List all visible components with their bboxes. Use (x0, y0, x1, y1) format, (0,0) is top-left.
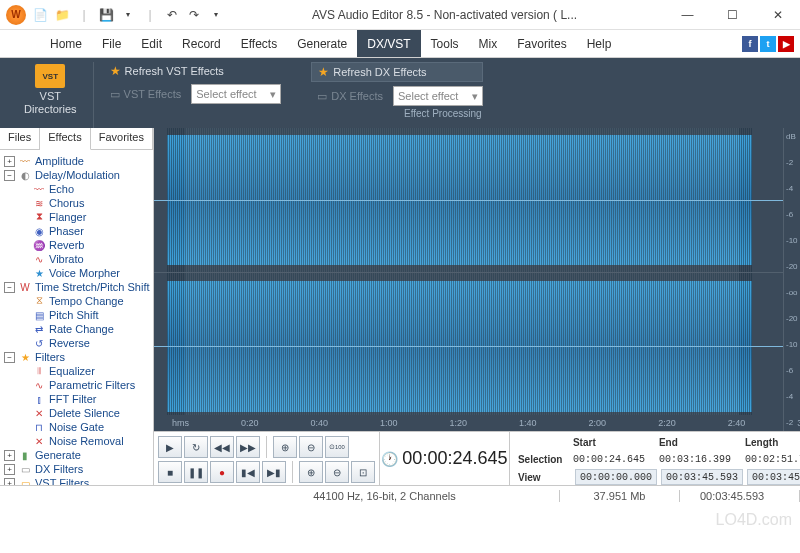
undo-icon[interactable]: ↶ (164, 7, 180, 23)
go-start-button[interactable]: ▮◀ (236, 461, 260, 483)
waveform-selection (185, 273, 739, 418)
refresh-dx-button[interactable]: ★Refresh DX Effects (311, 62, 483, 82)
expand-icon[interactable]: − (4, 282, 15, 293)
panel-tab-effects[interactable]: Effects (40, 128, 90, 150)
tree-item-vibrato[interactable]: ∿Vibrato (2, 252, 151, 266)
redo-icon[interactable]: ↷ (186, 7, 202, 23)
stop-button[interactable]: ■ (158, 461, 182, 483)
expand-icon[interactable]: − (4, 170, 15, 181)
expand-icon[interactable]: + (4, 478, 15, 486)
zoom-selection-button[interactable]: ⊡ (351, 461, 375, 483)
dx-effects-button[interactable]: ▭DX Effects (311, 88, 389, 105)
pause-button[interactable]: ❚❚ (184, 461, 208, 483)
panel-tab-favorites[interactable]: Favorites (91, 128, 153, 149)
zoom-in-v-button[interactable]: ⊕ (299, 461, 323, 483)
minimize-button[interactable]: — (665, 0, 710, 30)
tree-item-dx-filters[interactable]: +▭DX Filters (2, 462, 151, 476)
tree-item-phaser[interactable]: ◉Phaser (2, 224, 151, 238)
ribbon: VST VST Directories ★Refresh VST Effects… (0, 58, 800, 128)
expand-icon[interactable]: + (4, 464, 15, 475)
waveform-canvas[interactable]: hms0:200:401:001:201:402:002:202:403:003… (154, 128, 783, 431)
menu-record[interactable]: Record (172, 30, 231, 57)
zoom-in-button[interactable]: ⊕ (273, 436, 297, 458)
menu-generate[interactable]: Generate (287, 30, 357, 57)
tree-item-time-stretch-pitch-shift[interactable]: −WTime Stretch/Pitch Shift (2, 280, 151, 294)
zoom-out-button[interactable]: ⊖ (299, 436, 323, 458)
tree-item-generate[interactable]: +▮Generate (2, 448, 151, 462)
loop-button[interactable]: ↻ (184, 436, 208, 458)
facebook-icon[interactable]: f (742, 36, 758, 52)
tree-item-noise-removal[interactable]: ✕Noise Removal (2, 434, 151, 448)
tree-item-icon: ↺ (32, 337, 46, 349)
waveform-channel-right (154, 273, 783, 418)
tree-item-noise-gate[interactable]: ⊓Noise Gate (2, 420, 151, 434)
save-icon[interactable]: 💾 (98, 7, 114, 23)
qat-sep: | (76, 7, 92, 23)
menu-file[interactable]: File (92, 30, 131, 57)
time-tick: 0:20 (241, 418, 259, 428)
tree-item-pitch-shift[interactable]: ▤Pitch Shift (2, 308, 151, 322)
menu-dxvst[interactable]: DX/VST (357, 30, 420, 57)
maximize-button[interactable]: ☐ (710, 0, 755, 30)
tree-item-flanger[interactable]: ⧗Flanger (2, 210, 151, 224)
panel-tab-files[interactable]: Files (0, 128, 40, 149)
dx-effect-select[interactable]: Select effect▾ (393, 86, 483, 106)
db-tick: -10 (786, 340, 800, 349)
tree-item-icon: ✕ (32, 407, 46, 419)
fast-forward-button[interactable]: ▶▶ (236, 436, 260, 458)
menu-tools[interactable]: Tools (421, 30, 469, 57)
tree-item-voice-morpher[interactable]: ★Voice Morpher (2, 266, 151, 280)
tree-item-vst-filters[interactable]: +▭VST Filters (2, 476, 151, 485)
status-format: 44100 Hz, 16-bit, 2 Channels (210, 490, 560, 502)
tree-item-equalizer[interactable]: ⫴Equalizer (2, 364, 151, 378)
zoom-out-v-button[interactable]: ⊖ (325, 461, 349, 483)
record-button[interactable]: ● (210, 461, 234, 483)
tree-item-label: Amplitude (35, 155, 84, 167)
refresh-vst-button[interactable]: ★Refresh VST Effects (104, 62, 282, 80)
menu-favorites[interactable]: Favorites (507, 30, 576, 57)
vst-effect-select[interactable]: Select effect▾ (191, 84, 281, 104)
zoom-full-button[interactable]: ⊙100 (325, 436, 349, 458)
sel-value[interactable]: 00:03:45.593 (661, 469, 743, 485)
tree-item-chorus[interactable]: ≋Chorus (2, 196, 151, 210)
tree-item-echo[interactable]: 〰Echo (2, 182, 151, 196)
tree-item-reverb[interactable]: ♒Reverb (2, 238, 151, 252)
twitter-icon[interactable]: t (760, 36, 776, 52)
tree-item-reverse[interactable]: ↺Reverse (2, 336, 151, 350)
youtube-icon[interactable]: ▶ (778, 36, 794, 52)
sel-value[interactable]: 00:03:45.593 (747, 469, 800, 485)
close-button[interactable]: ✕ (755, 0, 800, 30)
play-button[interactable]: ▶ (158, 436, 182, 458)
tree-item-tempo-change[interactable]: ⧖Tempo Change (2, 294, 151, 308)
save-dropdown-icon[interactable]: ▾ (120, 7, 136, 23)
vst-directories-button[interactable]: VST VST Directories (18, 62, 83, 118)
tree-item-delete-silence[interactable]: ✕Delete Silence (2, 406, 151, 420)
go-end-button[interactable]: ▶▮ (262, 461, 286, 483)
tree-item-label: Reverb (49, 239, 84, 251)
menu-mix[interactable]: Mix (469, 30, 508, 57)
left-panel: FilesEffectsFavorites +〰Amplitude−◐Delay… (0, 128, 154, 485)
menu-effects[interactable]: Effects (231, 30, 287, 57)
rewind-button[interactable]: ◀◀ (210, 436, 234, 458)
expand-icon[interactable]: − (4, 352, 15, 363)
time-axis: hms0:200:401:001:201:402:002:202:403:003… (154, 415, 783, 431)
vst-effects-label: VST Effects (124, 88, 182, 100)
vst-effects-button[interactable]: ▭VST Effects (104, 86, 188, 103)
new-icon[interactable]: 📄 (32, 7, 48, 23)
menu-home[interactable]: Home (40, 30, 92, 57)
menu-edit[interactable]: Edit (131, 30, 172, 57)
sel-value[interactable]: 00:00:00.000 (575, 469, 657, 485)
tree-item-delay-modulation[interactable]: −◐Delay/Modulation (2, 168, 151, 182)
qat-customize-icon[interactable]: ▾ (208, 7, 224, 23)
tree-item-amplitude[interactable]: +〰Amplitude (2, 154, 151, 168)
expand-icon[interactable]: + (4, 450, 15, 461)
tree-item-icon: ⧗ (32, 211, 46, 223)
open-icon[interactable]: 📁 (54, 7, 70, 23)
expand-icon[interactable]: + (4, 156, 15, 167)
tree-item-rate-change[interactable]: ⇄Rate Change (2, 322, 151, 336)
tree-item-fft-filter[interactable]: ⫿FFT Filter (2, 392, 151, 406)
menu-help[interactable]: Help (577, 30, 622, 57)
db-tick: -10 (786, 236, 800, 245)
tree-item-filters[interactable]: −★Filters (2, 350, 151, 364)
tree-item-parametric-filters[interactable]: ∿Parametric Filters (2, 378, 151, 392)
